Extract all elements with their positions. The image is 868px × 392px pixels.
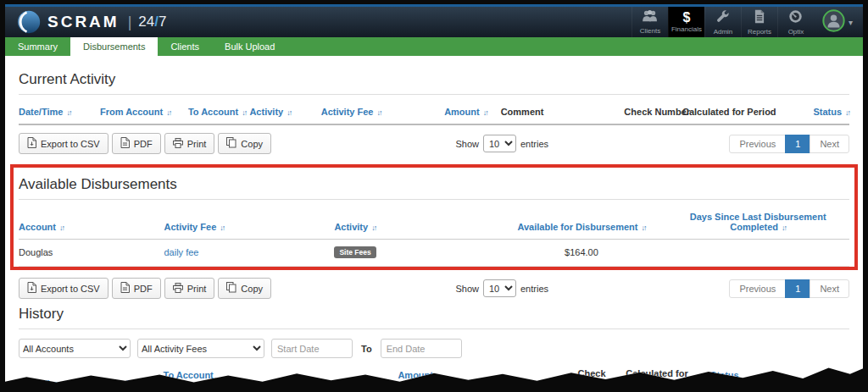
clients-icon (641, 9, 659, 26)
col-to-account[interactable]: To Account↓↑ (164, 370, 221, 389)
nav-financials-label: Financials (671, 25, 702, 33)
chevron-down-icon: ▾ (849, 18, 853, 27)
next-button[interactable]: Next (810, 135, 849, 153)
show-label: Show (455, 139, 479, 149)
csv-file-icon (27, 282, 36, 295)
page-1-button[interactable]: 1 (785, 279, 810, 298)
col-amount[interactable]: Amount↓↑ (403, 107, 487, 117)
col-available-for-disbursement[interactable]: Available for Disbursement↓↑ (496, 222, 666, 232)
sort-icon: ↓↑ (641, 224, 645, 232)
accounts-filter-select[interactable]: All Accounts (19, 339, 131, 358)
sort-icon: ↓↑ (258, 380, 262, 389)
col-days-since-last-disbursement[interactable]: Days Since Last Disbursement Completed↓↑ (666, 212, 849, 232)
history-header-row: Date/Time↓↑ From Account↓↑ To Account↓↑ … (19, 360, 849, 392)
gauge-icon (788, 9, 803, 27)
account-cell: Douglas (19, 247, 164, 257)
site-fees-badge: Site Fees (334, 246, 376, 258)
main-content: Current Activity Date/Time↓↑ From Accoun… (5, 56, 863, 392)
tab-clients[interactable]: Clients (158, 37, 212, 56)
print-icon (173, 283, 183, 295)
next-button[interactable]: Next (810, 279, 849, 298)
col-calculated-for-period: Calculated for Period (682, 107, 776, 117)
to-label: To (361, 344, 372, 354)
sort-icon: ↓↑ (242, 108, 246, 117)
top-header: SCRAM | 24 / 7 Clients $ Fin (5, 4, 863, 37)
previous-button[interactable]: Previous (729, 135, 786, 153)
sort-icon: ↓↑ (287, 108, 291, 117)
col-datetime[interactable]: Date/Time↓↑ (19, 107, 100, 117)
col-activity[interactable]: Activity↓↑ (249, 107, 320, 117)
pdf-button[interactable]: PDF (112, 278, 161, 299)
activity-fee-link[interactable]: daily fee (164, 247, 199, 257)
nav-admin[interactable]: Admin (704, 7, 741, 37)
entries-label: entries (520, 139, 548, 149)
export-csv-button[interactable]: Export to CSV (19, 278, 108, 299)
col-amount[interactable]: Amount↓↑ (353, 370, 433, 389)
print-icon (173, 138, 183, 150)
sort-icon: ↓↑ (845, 108, 849, 117)
show-label: Show (455, 284, 479, 294)
brand-divider: | (128, 14, 132, 31)
wrench-icon (715, 9, 730, 27)
user-menu[interactable]: ▾ (814, 7, 863, 37)
nav-optix[interactable]: Optix (777, 7, 814, 37)
current-activity-pagination: Previous 1 Next (729, 135, 849, 153)
table-row: Douglas daily fee Site Fees $164.00 (19, 240, 849, 267)
print-button[interactable]: Print (164, 278, 215, 299)
col-from-account[interactable]: From Account↓↑ (100, 107, 188, 117)
page-1-button[interactable]: 1 (785, 135, 810, 153)
sort-icon: ↓↑ (59, 224, 64, 232)
divider (19, 329, 849, 329)
sort-icon: ↓↑ (164, 380, 221, 389)
tab-summary[interactable]: Summary (5, 37, 70, 56)
pdf-button[interactable]: PDF (112, 133, 161, 154)
section-tabs: Summary Disbursements Clients Bulk Uploa… (5, 37, 863, 56)
sort-icon: ↓↑ (66, 108, 70, 117)
csv-file-icon (27, 137, 36, 150)
col-comment: Comment (487, 107, 625, 117)
nav-financials[interactable]: $ Financials (668, 7, 704, 37)
col-activity-fee[interactable]: Activity Fee↓↑ (321, 107, 403, 117)
page-size-select[interactable]: 10 (483, 135, 516, 152)
available-disbursements-section: Available Disbursements Account↓↑ Activi… (19, 176, 849, 267)
col-to-account[interactable]: To Account↓↑ (188, 107, 250, 117)
top-nav: Clients $ Financials Admin (632, 7, 863, 37)
brand-7: 7 (159, 14, 166, 30)
col-account[interactable]: Account↓↑ (19, 222, 164, 232)
start-date-input[interactable] (271, 339, 353, 358)
tab-disbursements[interactable]: Disbursements (70, 37, 158, 56)
sort-icon: ↓↑ (66, 380, 70, 389)
current-activity-header-row: Date/Time↓↑ From Account↓↑ To Account↓↑ … (19, 95, 849, 125)
nav-optix-label: Optix (788, 28, 804, 36)
copy-button[interactable]: Copy (218, 278, 271, 299)
col-check-number: Check Number (624, 107, 682, 117)
end-date-input[interactable] (381, 339, 462, 358)
print-button[interactable]: Print (164, 133, 215, 154)
export-csv-button[interactable]: Export to CSV (19, 133, 108, 154)
app-window: SCRAM | 24 / 7 Clients $ Fin (5, 4, 863, 387)
available-disbursements-controls: Export to CSV PDF Print Copy Show (19, 278, 849, 299)
col-status[interactable]: Status↓↑ (800, 107, 849, 117)
nav-clients[interactable]: Clients (632, 7, 668, 37)
activity-fees-filter-select[interactable]: All Activity Fees (137, 339, 264, 358)
copy-icon (226, 137, 236, 150)
col-activity-fee[interactable]: Activity Fee↓↑ (272, 378, 353, 389)
sort-icon: ↓↑ (328, 380, 332, 389)
col-check-number: Check Number (573, 368, 626, 389)
previous-button[interactable]: Previous (729, 279, 786, 298)
col-activity[interactable]: Activity↓↑ (220, 378, 272, 389)
available-disbursements-title: Available Disbursements (19, 176, 849, 193)
tab-bulk-upload[interactable]: Bulk Upload (212, 37, 287, 56)
copy-button[interactable]: Copy (218, 133, 271, 154)
page-size-select[interactable]: 10 (483, 279, 516, 297)
col-activity[interactable]: Activity↓↑ (334, 222, 496, 232)
nav-reports[interactable]: Reports (741, 7, 777, 37)
col-from-account[interactable]: From Account↓↑ (99, 378, 163, 389)
col-status[interactable]: Status↓↑ (703, 370, 746, 389)
col-datetime[interactable]: Date/Time↓↑ (19, 378, 99, 389)
pdf-file-icon (120, 282, 130, 295)
col-activity-fee[interactable]: Activity Fee↓↑ (164, 222, 335, 232)
col-user[interactable]: User↓↑ (746, 378, 846, 389)
nav-clients-label: Clients (640, 27, 660, 35)
current-activity-section: Current Activity Date/Time↓↑ From Accoun… (19, 71, 849, 154)
